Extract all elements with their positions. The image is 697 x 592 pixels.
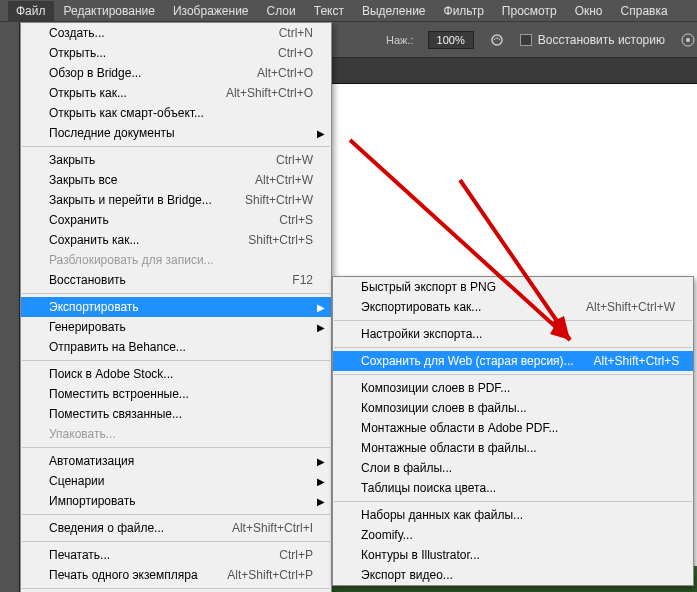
menu-item-label: Обзор в Bridge... <box>49 66 141 80</box>
menu-item-label: Слои в файлы... <box>361 461 452 475</box>
menu-layers[interactable]: Слои <box>259 1 304 21</box>
file-item[interactable]: Отправить на Behance... <box>21 337 331 357</box>
svg-point-2 <box>686 38 690 42</box>
export-item[interactable]: Экспорт видео... <box>333 565 693 585</box>
menu-item-label: Монтажные области в файлы... <box>361 441 537 455</box>
menu-help[interactable]: Справка <box>613 1 676 21</box>
tools-panel <box>0 22 20 592</box>
file-dropdown: Создать...Ctrl+NОткрыть...Ctrl+OОбзор в … <box>20 22 332 592</box>
separator <box>22 293 330 294</box>
export-item[interactable]: Композиции слоев в файлы... <box>333 398 693 418</box>
menu-window[interactable]: Окно <box>567 1 611 21</box>
menu-item-label: Настройки экспорта... <box>361 327 482 341</box>
export-item[interactable]: Быстрый экспорт в PNG <box>333 277 693 297</box>
menu-filter[interactable]: Фильтр <box>436 1 492 21</box>
menu-item-label: Наборы данных как файлы... <box>361 508 523 522</box>
menu-item-label: Контуры в Illustrator... <box>361 548 480 562</box>
menu-text[interactable]: Текст <box>306 1 352 21</box>
file-item[interactable]: Поместить связанные... <box>21 404 331 424</box>
pressure-value[interactable]: 100% <box>428 31 474 49</box>
file-item[interactable]: Импортировать▶ <box>21 491 331 511</box>
menu-item-label: Монтажные области в Adobe PDF... <box>361 421 558 435</box>
file-item[interactable]: Обзор в Bridge...Alt+Ctrl+O <box>21 63 331 83</box>
menu-item-label: Экспортировать как... <box>361 300 481 314</box>
menu-edit[interactable]: Редактирование <box>56 1 163 21</box>
file-item[interactable]: Открыть как смарт-объект... <box>21 103 331 123</box>
export-item[interactable]: Композиции слоев в PDF... <box>333 378 693 398</box>
menu-item-label: Сохранить как... <box>49 233 139 247</box>
separator <box>22 447 330 448</box>
file-item[interactable]: Закрыть всеAlt+Ctrl+W <box>21 170 331 190</box>
submenu-arrow-icon: ▶ <box>317 456 325 467</box>
file-item[interactable]: СохранитьCtrl+S <box>21 210 331 230</box>
shortcut-label: Shift+Ctrl+W <box>225 193 313 207</box>
menu-item-label: Печать одного экземпляра <box>49 568 198 582</box>
export-item[interactable]: Контуры в Illustrator... <box>333 545 693 565</box>
menu-item-label: Сохранить для Web (старая версия)... <box>361 354 574 368</box>
file-item[interactable]: Открыть как...Alt+Shift+Ctrl+O <box>21 83 331 103</box>
file-item[interactable]: Закрыть и перейти в Bridge...Shift+Ctrl+… <box>21 190 331 210</box>
menu-item-label: Композиции слоев в PDF... <box>361 381 510 395</box>
menu-item-label: Закрыть все <box>49 173 117 187</box>
file-item[interactable]: Печатать...Ctrl+P <box>21 545 331 565</box>
menu-item-label: Печатать... <box>49 548 110 562</box>
menu-item-label: Открыть как... <box>49 86 127 100</box>
export-item[interactable]: Монтажные области в файлы... <box>333 438 693 458</box>
menu-item-label: Импортировать <box>49 494 135 508</box>
menu-view[interactable]: Просмотр <box>494 1 565 21</box>
export-item[interactable]: Настройки экспорта... <box>333 324 693 344</box>
file-item[interactable]: Сведения о файле...Alt+Shift+Ctrl+I <box>21 518 331 538</box>
submenu-arrow-icon: ▶ <box>317 128 325 139</box>
menu-item-label: Композиции слоев в файлы... <box>361 401 527 415</box>
file-item[interactable]: Последние документы▶ <box>21 123 331 143</box>
menu-item-label: Поместить встроенные... <box>49 387 189 401</box>
menu-item-label: Таблицы поиска цвета... <box>361 481 496 495</box>
export-item[interactable]: Zoomify... <box>333 525 693 545</box>
menu-item-label: Упаковать... <box>49 427 116 441</box>
export-item[interactable]: Сохранить для Web (старая версия)...Alt+… <box>333 351 693 371</box>
file-item[interactable]: Поместить встроенные... <box>21 384 331 404</box>
export-item[interactable]: Слои в файлы... <box>333 458 693 478</box>
export-submenu: Быстрый экспорт в PNGЭкспортировать как.… <box>332 276 694 586</box>
separator <box>22 514 330 515</box>
menu-select[interactable]: Выделение <box>354 1 434 21</box>
menu-item-label: Автоматизация <box>49 454 134 468</box>
file-item[interactable]: Автоматизация▶ <box>21 451 331 471</box>
file-item[interactable]: Экспортировать▶ <box>21 297 331 317</box>
file-item[interactable]: ЗакрытьCtrl+W <box>21 150 331 170</box>
separator <box>22 360 330 361</box>
shortcut-label: Ctrl+W <box>256 153 313 167</box>
menu-item-label: Открыть... <box>49 46 106 60</box>
file-item: Разблокировать для записи... <box>21 250 331 270</box>
export-item[interactable]: Наборы данных как файлы... <box>333 505 693 525</box>
submenu-arrow-icon: ▶ <box>317 476 325 487</box>
pressure-label: Наж.: <box>386 34 414 46</box>
flow-icon[interactable] <box>488 31 506 49</box>
file-item[interactable]: Создать...Ctrl+N <box>21 23 331 43</box>
file-item[interactable]: Поиск в Adobe Stock... <box>21 364 331 384</box>
separator <box>22 541 330 542</box>
shortcut-label: Ctrl+N <box>259 26 313 40</box>
file-item[interactable]: Открыть...Ctrl+O <box>21 43 331 63</box>
separator <box>334 501 692 502</box>
menu-item-label: Последние документы <box>49 126 175 140</box>
shortcut-label: Alt+Shift+Ctrl+W <box>566 300 675 314</box>
file-item[interactable]: Печать одного экземпляраAlt+Shift+Ctrl+P <box>21 565 331 585</box>
menu-item-label: Закрыть <box>49 153 95 167</box>
export-item[interactable]: Таблицы поиска цвета... <box>333 478 693 498</box>
pressure-pen-icon[interactable] <box>679 31 697 49</box>
export-item[interactable]: Экспортировать как...Alt+Shift+Ctrl+W <box>333 297 693 317</box>
menu-file[interactable]: Файл <box>8 1 54 21</box>
file-item[interactable]: ВосстановитьF12 <box>21 270 331 290</box>
menu-image[interactable]: Изображение <box>165 1 257 21</box>
restore-history-checkbox[interactable]: Восстановить историю <box>520 33 665 47</box>
file-item[interactable]: Сценарии▶ <box>21 471 331 491</box>
export-item[interactable]: Монтажные области в Adobe PDF... <box>333 418 693 438</box>
shortcut-label: Ctrl+S <box>259 213 313 227</box>
separator <box>22 588 330 589</box>
menu-item-label: Открыть как смарт-объект... <box>49 106 204 120</box>
tool-icon[interactable] <box>5 28 15 38</box>
file-item[interactable]: Генерировать▶ <box>21 317 331 337</box>
menu-item-label: Экспортировать <box>49 300 139 314</box>
file-item[interactable]: Сохранить как...Shift+Ctrl+S <box>21 230 331 250</box>
